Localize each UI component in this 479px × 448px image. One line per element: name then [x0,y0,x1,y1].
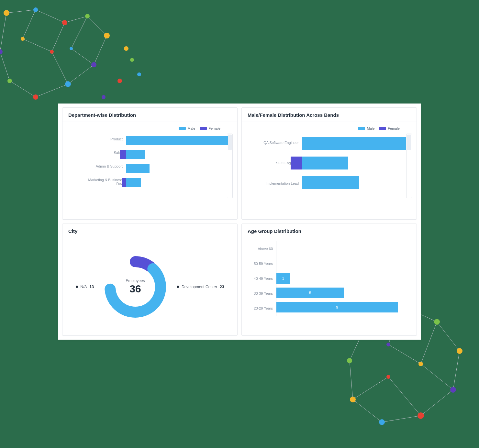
axis-label: Above 60 [247,247,273,251]
callout-label: Development Center [182,285,217,289]
donut: Employees 36 [103,255,168,319]
legend-label: Male [187,126,195,130]
donut-center-value: 36 [129,283,141,295]
card-body: Male Female QA Software Engineer SEO Eng… [242,122,417,219]
bar-row [126,164,232,173]
axis-label: Product [87,137,123,141]
svg-point-1 [33,7,38,12]
axis-label: Admin & Support [87,164,123,168]
svg-point-16 [137,72,141,76]
axis-label: 50-59 Years [247,262,273,266]
svg-point-8 [7,79,12,83]
legend-item-male: Male [358,126,374,130]
card-body: Male Female Product Sales Admin & Suppor… [62,122,237,219]
svg-point-21 [434,319,440,325]
svg-point-5 [91,62,96,67]
bar-row [126,150,232,159]
axis-label: 40-49 Years [247,277,273,280]
card-title: Department-wise Distribution [62,108,237,122]
bar-row: 9 [276,302,411,312]
svg-point-28 [386,343,390,346]
legend: Male Female [247,125,411,132]
legend: Male Female [68,125,232,132]
bar-row [276,259,411,269]
axis-label: Marketing & Business Dev [87,178,123,186]
card-age-distribution: Age Group Distribution Above 60 50-59 Ye… [241,224,417,336]
bar-chart: Above 60 50-59 Years 40-49 Years 30-39 Y… [247,241,411,316]
axis-label: QA Software Engineer [260,141,299,145]
axis-label: Implementation Lead [260,181,299,185]
bar-row [302,157,411,169]
svg-point-3 [85,14,90,18]
card-body: N/A 13 Employees 36 Develo [62,238,237,335]
svg-point-4 [104,33,110,38]
bar-chart: Product Sales Admin & Support Marketing … [87,132,232,191]
bars-area [126,132,232,191]
bar-chart: QA Software Engineer SEO Engineer Implem… [260,132,411,194]
card-bands-distribution: Male/Female Distribution Across Bands Ma… [241,107,417,220]
donut-center-label: Employees [126,279,145,283]
svg-point-25 [379,419,385,425]
chart-scrollbar[interactable] [406,134,412,198]
svg-point-14 [130,58,134,62]
svg-point-7 [33,94,38,100]
bar-row [126,136,232,145]
donut-center: Employees 36 [117,268,154,306]
bar-row [302,176,411,189]
legend-label: Male [367,126,374,130]
card-department-distribution: Department-wise Distribution Male Female… [62,107,238,220]
svg-point-9 [0,49,3,54]
card-title: Male/Female Distribution Across Bands [242,108,417,122]
svg-point-23 [450,387,456,393]
svg-point-27 [347,358,352,363]
chart-scrollbar[interactable] [227,134,233,198]
card-title: City [62,224,237,238]
svg-point-30 [386,375,390,379]
bar-row: 5 [276,288,411,298]
y-axis-labels: Product Sales Admin & Support Marketing … [87,132,126,191]
callout-na: N/A 13 [76,285,94,289]
callout-devcenter: Development Center 23 [177,285,224,289]
bar-row [302,137,411,150]
svg-point-2 [62,20,67,25]
bar-value: 9 [336,305,338,309]
dashboard-panel: Department-wise Distribution Male Female… [58,104,421,340]
svg-point-26 [350,397,356,402]
bar-row: 1 [276,273,411,284]
donut-chart: N/A 13 Employees 36 Develo [68,241,232,332]
svg-point-10 [21,37,25,41]
axis-label: 30-39 Years [247,291,273,295]
bullet-icon [177,286,179,288]
svg-point-29 [418,362,423,366]
svg-point-13 [124,46,128,51]
card-city: City N/A 13 Employees 36 [62,224,238,336]
bar-value: 1 [282,277,284,280]
card-body: Above 60 50-59 Years 40-49 Years 30-39 Y… [242,238,417,335]
card-title: Age Group Distribution [242,224,417,238]
legend-item-female: Female [379,126,400,130]
svg-point-22 [457,348,462,354]
callout-value: 23 [220,285,224,289]
bullet-icon [76,286,78,288]
bars-area [302,132,411,194]
svg-point-0 [4,10,9,16]
svg-point-24 [418,412,424,419]
bar-row [276,245,411,255]
axis-label: 20-29 Years [247,306,273,310]
callout-value: 13 [90,285,94,289]
callout-label: N/A [81,285,87,289]
y-axis-labels: Above 60 50-59 Years 40-49 Years 30-39 Y… [247,241,276,316]
bar-value: 5 [309,291,311,295]
svg-point-11 [50,50,54,54]
bar-row [126,178,232,187]
legend-item-male: Male [179,126,195,130]
legend-label: Female [388,126,400,130]
svg-point-12 [70,47,73,50]
legend-item-female: Female [200,126,220,130]
axis-label: Sales [87,151,123,155]
svg-point-15 [117,79,122,83]
legend-label: Female [208,126,220,130]
bars-area: 1 5 9 [276,241,411,316]
svg-point-6 [65,81,71,87]
svg-point-17 [102,95,106,99]
